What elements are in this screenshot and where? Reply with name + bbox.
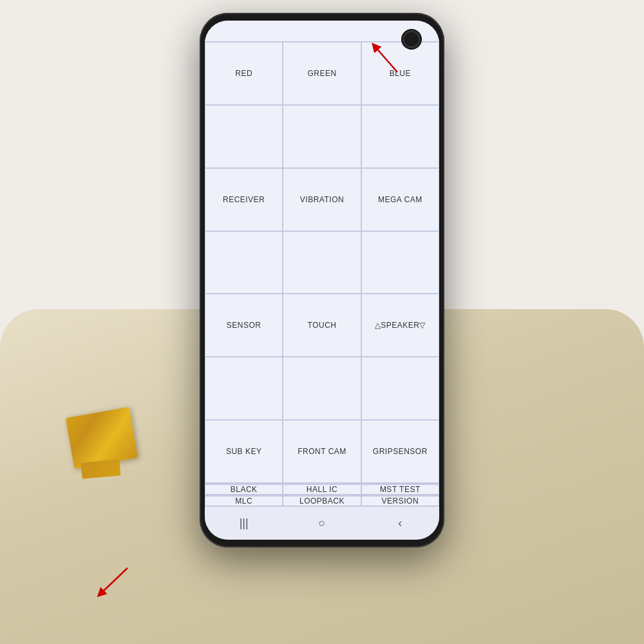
arrow-top-right [365, 40, 404, 79]
grid-cell-empty9 [361, 357, 439, 420]
grid-cell-receiver[interactable]: RECEIVER [205, 168, 283, 231]
camera-hole [404, 32, 419, 46]
grid-cell-mst-test[interactable]: MST TEST [361, 484, 439, 495]
arrow-bottom-left [95, 562, 134, 600]
grid-cell-empty2 [283, 105, 361, 168]
grid-cell-hall-ic[interactable]: HALL IC [283, 484, 361, 495]
svg-line-3 [100, 568, 128, 594]
grid-cell-empty5 [283, 231, 361, 294]
grid-cell-empty8 [283, 357, 361, 420]
grid-cell-empty3 [361, 105, 439, 168]
test-grid: RED GREEN BLUE RECEIVER VIBRATION MEGA C… [205, 41, 439, 506]
svg-line-1 [375, 46, 397, 72]
grid-cell-empty7 [205, 357, 283, 420]
scene: RED GREEN BLUE RECEIVER VIBRATION MEGA C… [0, 0, 644, 644]
recent-apps-button[interactable]: ||| [231, 511, 257, 536]
grid-cell-empty1 [205, 105, 283, 168]
phone-device: RED GREEN BLUE RECEIVER VIBRATION MEGA C… [200, 13, 444, 547]
grid-cell-sensor[interactable]: SENSOR [205, 294, 283, 357]
grid-cell-mlc[interactable]: MLC [205, 496, 283, 506]
grid-cell-speaker[interactable]: △SPEAKER▽ [361, 294, 439, 357]
screen: RED GREEN BLUE RECEIVER VIBRATION MEGA C… [205, 21, 439, 540]
grid-cell-loopback[interactable]: LOOPBACK [283, 496, 361, 506]
grid-cell-mega-cam[interactable]: MEGA CAM [361, 168, 439, 231]
grid-cell-green[interactable]: GREEN [283, 42, 361, 105]
grid-cell-empty4 [205, 231, 283, 294]
grid-cell-front-cam[interactable]: FRONT CAM [283, 420, 361, 483]
grid-cell-gripsensor[interactable]: GRIPSENSOR [361, 420, 439, 483]
flex-cable [66, 407, 138, 469]
grid-cell-empty6 [361, 231, 439, 294]
grid-cell-touch[interactable]: TOUCH [283, 294, 361, 357]
back-button[interactable]: ‹ [387, 511, 413, 536]
grid-cell-red[interactable]: RED [205, 42, 283, 105]
grid-cell-black[interactable]: BLACK [205, 484, 283, 495]
grid-cell-sub-key[interactable]: SUB KEY [205, 420, 283, 483]
home-button[interactable]: ○ [309, 511, 335, 536]
navigation-bar: ||| ○ ‹ [205, 506, 439, 540]
grid-cell-vibration[interactable]: VIBRATION [283, 168, 361, 231]
grid-cell-version[interactable]: VERSION [361, 496, 439, 506]
